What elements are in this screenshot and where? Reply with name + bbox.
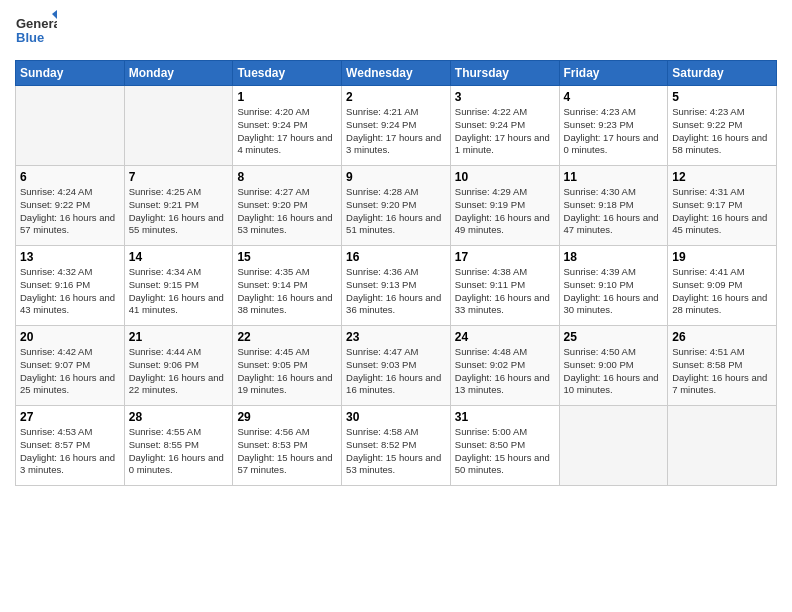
day-number: 24 [455,330,555,344]
day-cell: 2Sunrise: 4:21 AM Sunset: 9:24 PM Daylig… [342,86,451,166]
day-cell: 29Sunrise: 4:56 AM Sunset: 8:53 PM Dayli… [233,406,342,486]
day-number: 12 [672,170,772,184]
day-info: Sunrise: 4:24 AM Sunset: 9:22 PM Dayligh… [20,186,120,237]
day-number: 30 [346,410,446,424]
day-number: 31 [455,410,555,424]
day-info: Sunrise: 4:23 AM Sunset: 9:22 PM Dayligh… [672,106,772,157]
day-info: Sunrise: 4:23 AM Sunset: 9:23 PM Dayligh… [564,106,664,157]
day-cell [559,406,668,486]
day-info: Sunrise: 4:39 AM Sunset: 9:10 PM Dayligh… [564,266,664,317]
day-info: Sunrise: 4:44 AM Sunset: 9:06 PM Dayligh… [129,346,229,397]
day-number: 8 [237,170,337,184]
day-number: 13 [20,250,120,264]
day-cell: 22Sunrise: 4:45 AM Sunset: 9:05 PM Dayli… [233,326,342,406]
col-header-monday: Monday [124,61,233,86]
day-number: 1 [237,90,337,104]
day-cell: 6Sunrise: 4:24 AM Sunset: 9:22 PM Daylig… [16,166,125,246]
day-info: Sunrise: 4:28 AM Sunset: 9:20 PM Dayligh… [346,186,446,237]
col-header-saturday: Saturday [668,61,777,86]
day-number: 4 [564,90,664,104]
day-number: 25 [564,330,664,344]
day-cell: 30Sunrise: 4:58 AM Sunset: 8:52 PM Dayli… [342,406,451,486]
day-info: Sunrise: 4:29 AM Sunset: 9:19 PM Dayligh… [455,186,555,237]
day-number: 14 [129,250,229,264]
svg-text:General: General [16,16,57,31]
calendar-table: SundayMondayTuesdayWednesdayThursdayFrid… [15,60,777,486]
col-header-thursday: Thursday [450,61,559,86]
page-header: General Blue [15,10,777,52]
day-cell: 9Sunrise: 4:28 AM Sunset: 9:20 PM Daylig… [342,166,451,246]
day-info: Sunrise: 4:20 AM Sunset: 9:24 PM Dayligh… [237,106,337,157]
day-number: 26 [672,330,772,344]
day-info: Sunrise: 4:47 AM Sunset: 9:03 PM Dayligh… [346,346,446,397]
day-number: 7 [129,170,229,184]
col-header-tuesday: Tuesday [233,61,342,86]
day-cell: 19Sunrise: 4:41 AM Sunset: 9:09 PM Dayli… [668,246,777,326]
day-info: Sunrise: 4:27 AM Sunset: 9:20 PM Dayligh… [237,186,337,237]
day-cell [668,406,777,486]
day-cell: 7Sunrise: 4:25 AM Sunset: 9:21 PM Daylig… [124,166,233,246]
day-info: Sunrise: 4:30 AM Sunset: 9:18 PM Dayligh… [564,186,664,237]
day-cell: 18Sunrise: 4:39 AM Sunset: 9:10 PM Dayli… [559,246,668,326]
day-info: Sunrise: 4:35 AM Sunset: 9:14 PM Dayligh… [237,266,337,317]
day-cell: 12Sunrise: 4:31 AM Sunset: 9:17 PM Dayli… [668,166,777,246]
day-number: 28 [129,410,229,424]
day-number: 15 [237,250,337,264]
day-cell: 15Sunrise: 4:35 AM Sunset: 9:14 PM Dayli… [233,246,342,326]
logo-mark: General Blue [15,10,57,52]
day-info: Sunrise: 4:38 AM Sunset: 9:11 PM Dayligh… [455,266,555,317]
day-info: Sunrise: 4:53 AM Sunset: 8:57 PM Dayligh… [20,426,120,477]
day-number: 9 [346,170,446,184]
day-info: Sunrise: 4:36 AM Sunset: 9:13 PM Dayligh… [346,266,446,317]
day-number: 23 [346,330,446,344]
day-info: Sunrise: 4:56 AM Sunset: 8:53 PM Dayligh… [237,426,337,477]
day-cell: 3Sunrise: 4:22 AM Sunset: 9:24 PM Daylig… [450,86,559,166]
day-cell [16,86,125,166]
day-cell: 5Sunrise: 4:23 AM Sunset: 9:22 PM Daylig… [668,86,777,166]
day-number: 11 [564,170,664,184]
day-info: Sunrise: 4:48 AM Sunset: 9:02 PM Dayligh… [455,346,555,397]
day-cell: 20Sunrise: 4:42 AM Sunset: 9:07 PM Dayli… [16,326,125,406]
logo: General Blue [15,10,57,52]
col-header-sunday: Sunday [16,61,125,86]
day-cell [124,86,233,166]
day-info: Sunrise: 4:51 AM Sunset: 8:58 PM Dayligh… [672,346,772,397]
day-cell: 17Sunrise: 4:38 AM Sunset: 9:11 PM Dayli… [450,246,559,326]
header-row: SundayMondayTuesdayWednesdayThursdayFrid… [16,61,777,86]
week-row-4: 20Sunrise: 4:42 AM Sunset: 9:07 PM Dayli… [16,326,777,406]
day-cell: 23Sunrise: 4:47 AM Sunset: 9:03 PM Dayli… [342,326,451,406]
day-info: Sunrise: 4:22 AM Sunset: 9:24 PM Dayligh… [455,106,555,157]
day-cell: 14Sunrise: 4:34 AM Sunset: 9:15 PM Dayli… [124,246,233,326]
day-cell: 27Sunrise: 4:53 AM Sunset: 8:57 PM Dayli… [16,406,125,486]
week-row-1: 1Sunrise: 4:20 AM Sunset: 9:24 PM Daylig… [16,86,777,166]
day-cell: 10Sunrise: 4:29 AM Sunset: 9:19 PM Dayli… [450,166,559,246]
col-header-wednesday: Wednesday [342,61,451,86]
day-info: Sunrise: 4:25 AM Sunset: 9:21 PM Dayligh… [129,186,229,237]
day-info: Sunrise: 4:41 AM Sunset: 9:09 PM Dayligh… [672,266,772,317]
day-cell: 28Sunrise: 4:55 AM Sunset: 8:55 PM Dayli… [124,406,233,486]
day-info: Sunrise: 4:32 AM Sunset: 9:16 PM Dayligh… [20,266,120,317]
day-number: 19 [672,250,772,264]
day-cell: 16Sunrise: 4:36 AM Sunset: 9:13 PM Dayli… [342,246,451,326]
day-cell: 24Sunrise: 4:48 AM Sunset: 9:02 PM Dayli… [450,326,559,406]
day-number: 27 [20,410,120,424]
day-number: 22 [237,330,337,344]
day-info: Sunrise: 4:31 AM Sunset: 9:17 PM Dayligh… [672,186,772,237]
day-cell: 4Sunrise: 4:23 AM Sunset: 9:23 PM Daylig… [559,86,668,166]
day-number: 6 [20,170,120,184]
day-number: 5 [672,90,772,104]
day-number: 10 [455,170,555,184]
day-number: 29 [237,410,337,424]
day-cell: 1Sunrise: 4:20 AM Sunset: 9:24 PM Daylig… [233,86,342,166]
day-info: Sunrise: 4:21 AM Sunset: 9:24 PM Dayligh… [346,106,446,157]
week-row-2: 6Sunrise: 4:24 AM Sunset: 9:22 PM Daylig… [16,166,777,246]
day-cell: 25Sunrise: 4:50 AM Sunset: 9:00 PM Dayli… [559,326,668,406]
day-number: 20 [20,330,120,344]
day-cell: 26Sunrise: 4:51 AM Sunset: 8:58 PM Dayli… [668,326,777,406]
day-cell: 8Sunrise: 4:27 AM Sunset: 9:20 PM Daylig… [233,166,342,246]
week-row-3: 13Sunrise: 4:32 AM Sunset: 9:16 PM Dayli… [16,246,777,326]
day-info: Sunrise: 4:34 AM Sunset: 9:15 PM Dayligh… [129,266,229,317]
day-number: 17 [455,250,555,264]
day-info: Sunrise: 5:00 AM Sunset: 8:50 PM Dayligh… [455,426,555,477]
day-number: 2 [346,90,446,104]
